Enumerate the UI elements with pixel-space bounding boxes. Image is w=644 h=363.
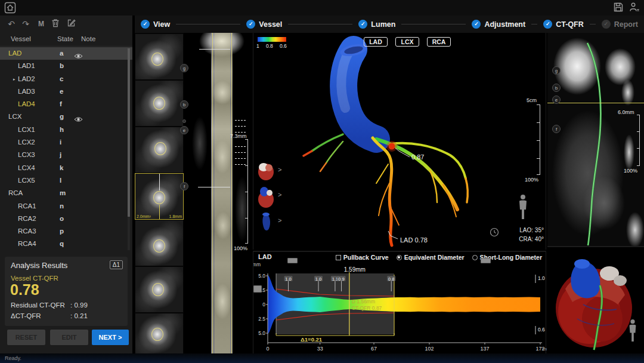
cpr-dash-marks <box>235 152 247 153</box>
step-connector <box>590 24 596 24</box>
heart-preset-2[interactable]: > <box>256 185 277 207</box>
cross-section-thumb-2[interactable] <box>135 81 183 126</box>
cross-section-thumb-5[interactable] <box>135 220 183 266</box>
colorbar-tick-08: 0.8 <box>266 43 273 49</box>
vessel-row-lcx5[interactable]: LCX5l <box>0 174 132 187</box>
vessel-row-lad2[interactable]: ▸LAD2c <box>0 73 132 85</box>
scrollbar-thumb[interactable] <box>128 48 130 217</box>
rotate-clock-icon[interactable] <box>490 227 499 237</box>
vessel-list-header: Vessel State Note <box>0 33 132 47</box>
coronary-3d-view[interactable]: 1 0.8 0.6 LAD LCX RCA 0.87 LAD 0.78 > > … <box>253 33 546 250</box>
tab-adjustment[interactable]: ✓Adjustment <box>472 20 525 29</box>
vessel-row-lcx1[interactable]: LCX1h <box>0 124 132 136</box>
crosshair-line <box>159 205 160 219</box>
tab-vessel[interactable]: ✓Vessel <box>246 20 282 29</box>
expand-marker-icon[interactable]: ▸ <box>13 73 16 85</box>
vessel-row-rca[interactable]: RCAm <box>0 187 132 199</box>
status-bar: Ready. <box>0 353 644 363</box>
vessel-row-lad4[interactable]: LAD4f <box>0 98 132 110</box>
home-icon[interactable] <box>4 2 16 14</box>
scale-label-3d: 5cm <box>527 97 537 103</box>
mpr-marker-b[interactable]: b <box>552 84 561 92</box>
edit-button[interactable]: EDIT <box>50 330 88 345</box>
next-button[interactable]: NEXT > <box>92 330 129 345</box>
pullback-range-handle-left[interactable] <box>287 258 298 263</box>
lcx-button[interactable]: LCX <box>395 37 419 47</box>
svg-text:mm: mm <box>253 262 261 267</box>
lad-button[interactable]: LAD <box>364 37 388 47</box>
heart-3d-view[interactable] <box>547 247 644 353</box>
reset-button[interactable]: RESET <box>7 330 45 345</box>
cpr-contour-right <box>231 33 232 353</box>
cpr-dash-marks <box>235 120 247 121</box>
vessel-row-rca2[interactable]: RCA2o <box>0 213 132 225</box>
cross-section-thumb-3[interactable] <box>135 127 183 173</box>
vessel-row-lad3[interactable]: LAD3e <box>0 85 132 98</box>
cpr-measure-line-mid <box>198 187 230 187</box>
vessel-row-rca1[interactable]: RCA1n <box>0 200 132 213</box>
vessel-row-lad1[interactable]: LAD1b <box>0 60 132 72</box>
pullback-chart[interactable]: 1.59mmΔ1=0.211.01.01.10.90.8D 1.56mmCT-Q… <box>253 252 547 355</box>
branch-marker-dot[interactable] <box>182 119 186 123</box>
cross-section-thumb-6[interactable] <box>135 267 183 312</box>
cpr-dash-marks <box>235 158 247 159</box>
state-letter: q <box>60 238 64 250</box>
step-connector <box>531 24 537 24</box>
rca-button[interactable]: RCA <box>427 37 451 47</box>
state-letter: l <box>60 174 61 187</box>
check-icon: ✓ <box>246 20 255 29</box>
branch-marker-e[interactable]: e <box>180 126 188 134</box>
state-letter: n <box>60 200 64 213</box>
cpr-ruler <box>247 139 248 243</box>
svg-text:1.0: 1.0 <box>315 276 321 282</box>
heart-preset-1[interactable]: > <box>256 160 277 182</box>
state-letter: p <box>60 225 64 238</box>
mpr-position-line[interactable] <box>547 103 644 103</box>
vessel-row-lcx4[interactable]: LCX4k <box>0 162 132 174</box>
vessel-row-rca4[interactable]: RCA4q <box>0 238 132 250</box>
lumen-contour-ring <box>154 142 166 155</box>
vessel-row-lcx3[interactable]: LCX3j <box>0 149 132 161</box>
step-connector <box>288 24 352 24</box>
vessel-row-lcx[interactable]: LCXg <box>0 110 132 123</box>
heart-preset-3[interactable]: > <box>256 211 277 232</box>
undo-icon[interactable]: ↶ <box>6 19 17 29</box>
tab-view[interactable]: ✓View <box>141 20 170 29</box>
branch-marker-g[interactable]: g <box>180 64 188 72</box>
svg-text:1.0: 1.0 <box>538 275 545 281</box>
mpr-marker-g[interactable]: g <box>552 66 561 75</box>
step-connector <box>401 24 466 24</box>
state-letter: o <box>60 213 64 225</box>
top-bar <box>0 0 644 16</box>
save-icon[interactable] <box>613 2 625 14</box>
pullback-range-handle-right[interactable] <box>481 258 491 263</box>
cpr-dash-marks <box>235 164 247 165</box>
redo-icon[interactable]: ↷ <box>20 19 31 29</box>
chevron-right-icon: > <box>278 191 281 198</box>
marker-tool-icon[interactable]: M <box>36 19 47 29</box>
lumen-area-label: 2.0mm² <box>137 214 151 219</box>
delete-icon[interactable] <box>50 19 61 29</box>
mpr-marker-f[interactable]: f <box>552 125 561 133</box>
branch-marker-b[interactable]: b <box>180 100 188 109</box>
vessel-row-rca3[interactable]: RCA3p <box>0 225 132 238</box>
tab-report[interactable]: ✓Report <box>602 20 638 29</box>
svg-text:0.6: 0.6 <box>538 327 545 333</box>
qfr-colorbar <box>258 37 286 42</box>
axis-drag-handle[interactable] <box>253 285 262 293</box>
branch-marker-f[interactable]: f <box>180 182 188 190</box>
cross-section-thumb-7[interactable] <box>135 313 183 353</box>
vessel-row-lcx2[interactable]: LCX2i <box>0 136 132 149</box>
cpr-view[interactable]: 7.3mm 100% <box>188 33 252 353</box>
tab-lumen[interactable]: ✓Lumen <box>358 20 395 29</box>
edit-note-icon[interactable] <box>66 19 76 29</box>
cross-section-thumb-1[interactable] <box>135 34 183 79</box>
tab-ct-qfr[interactable]: ✓CT-QFR <box>543 20 584 29</box>
colorbar-tick-06: 0.6 <box>280 43 287 49</box>
mpr-view[interactable]: g b e f 6.0mm 100% <box>547 33 644 246</box>
user-logout-icon[interactable] <box>628 2 640 14</box>
svg-text:5.0: 5.0 <box>258 273 265 279</box>
cross-section-thumb-4[interactable]: 2.0mm²1.8mm <box>135 174 183 219</box>
mpr-marker-e[interactable]: e <box>552 96 561 104</box>
vessel-row-lad[interactable]: LADa <box>0 47 132 60</box>
